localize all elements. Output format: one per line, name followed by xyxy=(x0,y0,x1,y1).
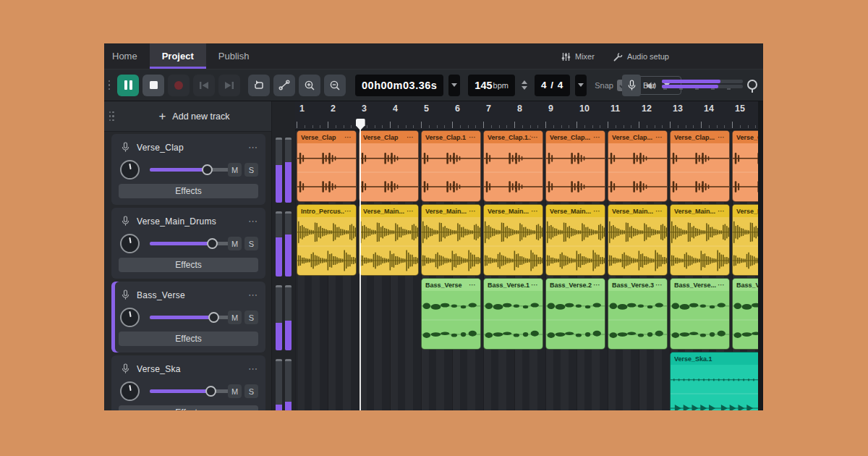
zoom-in-button[interactable] xyxy=(299,75,320,96)
tab-project[interactable]: Project xyxy=(150,43,206,69)
track-menu-button[interactable]: ⋯ xyxy=(248,142,258,153)
clip-menu-button[interactable]: ⋯ xyxy=(531,282,539,289)
clip-menu-button[interactable]: ⋯ xyxy=(469,134,477,141)
clip[interactable]: Verse_Main...⋯ xyxy=(359,204,419,276)
clip-menu-button[interactable]: ⋯ xyxy=(344,134,352,141)
solo-button[interactable]: S xyxy=(244,384,258,398)
solo-button[interactable]: S xyxy=(244,163,258,177)
clip[interactable]: Verse_Clap...⋯ xyxy=(608,130,668,202)
clip[interactable]: Verse_Clap⋯ xyxy=(359,130,419,202)
tab-home[interactable]: Home xyxy=(104,43,150,69)
clip-menu-button[interactable]: ⋯ xyxy=(655,282,663,289)
effects-button[interactable]: Effects xyxy=(119,258,258,272)
track-card-Verse_Clap[interactable]: Verse_Clap⋯MSEffects xyxy=(111,134,265,205)
mixer-button[interactable]: Mixer xyxy=(561,52,595,62)
clip[interactable]: Bass_Verse.3⋯ xyxy=(608,278,668,350)
clip[interactable]: Intro_Percus...⋯ xyxy=(297,204,357,276)
bpm-display[interactable]: 145 bpm xyxy=(468,75,515,96)
clip-menu-button[interactable]: ⋯ xyxy=(718,208,726,215)
slider-handle[interactable] xyxy=(208,312,219,323)
clip[interactable]: Bass_Verse⋯ xyxy=(421,278,481,350)
clip[interactable]: Verse_Main...⋯ xyxy=(608,204,668,276)
clip[interactable]: Bass_Verse.1⋯ xyxy=(483,278,543,350)
mic-input-button[interactable] xyxy=(622,75,641,96)
clip[interactable]: Verse_Clap.1.1⋯ xyxy=(483,130,543,202)
track-card-Verse_Ska[interactable]: Verse_Ska⋯MSEffects xyxy=(111,355,265,410)
audio-setup-button[interactable]: Audio setup xyxy=(613,52,669,62)
track-volume-slider[interactable] xyxy=(150,316,229,319)
clip[interactable]: Bass_Verse.2⋯ xyxy=(545,278,605,350)
time-display[interactable]: 00h00m03.36s xyxy=(355,75,443,96)
skip-to-end-button[interactable] xyxy=(218,75,240,96)
timeline-ruler[interactable]: 123456789101112131415 xyxy=(295,101,763,130)
mute-button[interactable]: M xyxy=(228,237,242,250)
clip-menu-button[interactable]: ⋯ xyxy=(469,208,477,215)
clip-menu-button[interactable]: ⋯ xyxy=(407,208,414,215)
track-pan-knob[interactable] xyxy=(120,234,140,253)
track-volume-slider[interactable] xyxy=(150,242,229,245)
mute-button[interactable]: M xyxy=(228,311,242,324)
clip-menu-button[interactable]: ⋯ xyxy=(593,208,601,215)
track-card-Verse_Main_Drums[interactable]: Verse_Main_Drums⋯MSEffects xyxy=(111,208,265,279)
clip[interactable]: Verse_Clap.1⋯ xyxy=(421,130,481,202)
clip-menu-button[interactable]: ⋯ xyxy=(531,134,539,141)
clip-menu-button[interactable]: ⋯ xyxy=(344,208,352,215)
volume-handle[interactable] xyxy=(747,80,757,90)
panel-drag-handle[interactable] xyxy=(106,111,117,122)
clip-menu-button[interactable]: ⋯ xyxy=(531,208,539,215)
speaker-icon[interactable] xyxy=(646,81,657,90)
mute-button[interactable]: M xyxy=(228,163,242,177)
clip-name: Verse_Main... xyxy=(550,208,593,215)
track-menu-button[interactable]: ⋯ xyxy=(248,363,258,374)
clip-menu-button[interactable]: ⋯ xyxy=(718,134,726,141)
bpm-stepper[interactable] xyxy=(521,80,528,90)
solo-button[interactable]: S xyxy=(244,311,258,324)
record-button[interactable] xyxy=(168,75,190,96)
track-volume-slider[interactable] xyxy=(150,389,229,393)
time-signature-display[interactable]: 4 / 4 xyxy=(535,75,570,96)
clip[interactable]: Verse_Clap...⋯ xyxy=(545,130,605,202)
effects-button[interactable]: Effects xyxy=(119,332,258,346)
clip-menu-button[interactable]: ⋯ xyxy=(655,208,663,215)
clip[interactable]: Verse_Main...⋯ xyxy=(670,204,730,276)
tab-publish[interactable]: Publish xyxy=(206,43,262,69)
clip-menu-button[interactable]: ⋯ xyxy=(718,282,726,289)
track-menu-button[interactable]: ⋯ xyxy=(248,216,258,227)
zoom-out-button[interactable] xyxy=(324,75,346,96)
clip[interactable]: Verse_Main...⋯ xyxy=(421,204,481,276)
slider-handle[interactable] xyxy=(205,386,216,397)
mute-button[interactable]: M xyxy=(228,384,242,398)
time-signature-dropdown[interactable] xyxy=(575,75,587,96)
track-pan-knob[interactable] xyxy=(120,308,140,327)
clip-menu-button[interactable]: ⋯ xyxy=(593,134,601,141)
clip[interactable]: Verse_Main...⋯ xyxy=(545,204,605,276)
automation-button[interactable] xyxy=(273,75,295,96)
slider-handle[interactable] xyxy=(202,164,213,175)
track-volume-slider[interactable] xyxy=(150,168,229,172)
clip[interactable]: Bass_Verse...⋯ xyxy=(670,278,730,350)
time-display-dropdown[interactable] xyxy=(448,75,460,96)
toolbar-drag-handle[interactable] xyxy=(106,80,112,90)
clip-menu-button[interactable]: ⋯ xyxy=(407,134,414,141)
stop-button[interactable] xyxy=(142,75,164,96)
loop-button[interactable] xyxy=(248,75,270,96)
clip-menu-button[interactable]: ⋯ xyxy=(469,282,477,289)
add-new-track-button[interactable]: + Add new track xyxy=(117,110,271,122)
slider-handle[interactable] xyxy=(207,238,218,249)
effects-button[interactable]: Effects xyxy=(119,405,258,410)
pause-button[interactable] xyxy=(117,75,139,96)
track-pan-knob[interactable] xyxy=(120,381,140,401)
track-card-Bass_Verse[interactable]: Bass_Verse⋯MSEffects xyxy=(111,282,265,352)
clip[interactable]: Verse_Clap⋯ xyxy=(297,130,357,202)
clip-menu-button[interactable]: ⋯ xyxy=(655,134,663,141)
clip[interactable]: Verse_Main...⋯ xyxy=(483,204,543,276)
playhead[interactable] xyxy=(356,119,365,410)
clip-menu-button[interactable]: ⋯ xyxy=(593,282,601,289)
skip-to-start-button[interactable] xyxy=(193,75,215,96)
effects-button[interactable]: Effects xyxy=(119,184,258,198)
track-menu-button[interactable]: ⋯ xyxy=(248,290,258,300)
clip[interactable]: Verse_Clap...⋯ xyxy=(670,130,730,202)
track-pan-knob[interactable] xyxy=(120,160,140,180)
clip[interactable]: Verse_Ska.1 xyxy=(670,352,761,410)
solo-button[interactable]: S xyxy=(244,237,258,250)
